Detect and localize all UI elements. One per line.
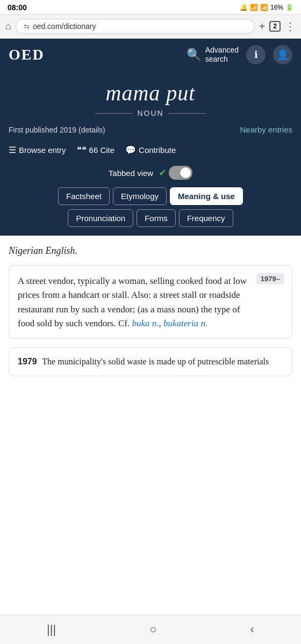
tabbed-view-toggle[interactable]: ✔ bbox=[159, 166, 192, 180]
quote-card: 1979 The municipality's solid waste is m… bbox=[9, 347, 292, 376]
search-area[interactable]: 🔍 Advanced search bbox=[187, 46, 239, 64]
alarm-icon: 🔔 bbox=[240, 4, 248, 11]
status-bar: 08:00 🔔 📶 📶 16% 🔋 bbox=[0, 0, 301, 14]
divider-line-left bbox=[95, 113, 133, 114]
cite-button[interactable]: ❝❝ 66 Cite bbox=[71, 143, 120, 157]
contribute-label: Contribute bbox=[139, 145, 176, 155]
browser-menu-icon[interactable]: ⋮ bbox=[285, 20, 296, 33]
entry-word: mama put bbox=[9, 80, 292, 106]
cite-label: 66 Cite bbox=[89, 145, 115, 155]
tab-forms-label: Forms bbox=[145, 214, 168, 223]
divider-line-right bbox=[168, 113, 206, 114]
tab-factsheet-label: Factsheet bbox=[66, 192, 102, 201]
tab-etymology-label: Etymology bbox=[121, 192, 159, 201]
signal-icon: 📶 bbox=[260, 4, 268, 11]
tab-frequency-label: Frequency bbox=[187, 214, 225, 223]
entry-published[interactable]: First published 2019 (details) bbox=[9, 126, 105, 134]
entry-divider: NOUN bbox=[9, 109, 292, 118]
user-icon: 👤 bbox=[277, 49, 289, 61]
browser-bar: ⌂ ⇆ oed.com/dictionary + 2 ⋮ bbox=[0, 14, 301, 39]
contribute-button[interactable]: 💬 Contribute bbox=[120, 143, 181, 157]
language-label: Nigerian English. bbox=[9, 245, 292, 257]
browse-entry-button[interactable]: ☰ Browse entry bbox=[9, 143, 71, 157]
toggle-track[interactable] bbox=[169, 166, 192, 180]
tab-pronunciation[interactable]: Pronunciation bbox=[68, 209, 133, 227]
date-badge: 1979– bbox=[256, 273, 284, 284]
oed-header: OED 🔍 Advanced search ℹ 👤 bbox=[0, 39, 301, 71]
definition-text: A street vendor, typically a woman, sell… bbox=[18, 274, 283, 331]
browse-icon: ☰ bbox=[9, 145, 16, 155]
search-icon[interactable]: 🔍 bbox=[187, 48, 201, 62]
url-box[interactable]: ⇆ oed.com/dictionary bbox=[16, 19, 255, 34]
oed-logo[interactable]: OED bbox=[9, 46, 45, 63]
cite-icon: ❝❝ bbox=[77, 145, 87, 155]
url-text: oed.com/dictionary bbox=[33, 22, 96, 31]
tab-etymology[interactable]: Etymology bbox=[113, 187, 167, 205]
tab-factsheet[interactable]: Factsheet bbox=[58, 187, 110, 205]
quote-body: The municipality's solid waste is made u… bbox=[42, 357, 269, 366]
nearby-entries-link[interactable]: Nearby entries bbox=[240, 125, 292, 134]
toggle-thumb bbox=[180, 167, 191, 178]
tabbed-view-row: Tabbed view ✔ bbox=[0, 164, 301, 187]
tab-meaning-use-label: Meaning & use bbox=[178, 192, 235, 201]
tab-pills-row1: Factsheet Etymology Meaning & use bbox=[9, 187, 292, 205]
tab-frequency[interactable]: Frequency bbox=[179, 209, 233, 227]
info-icon: ℹ bbox=[254, 49, 258, 61]
toggle-check-icon: ✔ bbox=[159, 167, 167, 179]
tab-pills-section: Factsheet Etymology Meaning & use Pronun… bbox=[0, 187, 301, 236]
definition-card: 1979– A street vendor, typically a woman… bbox=[9, 265, 292, 339]
tabbed-view-label: Tabbed view bbox=[109, 169, 153, 178]
header-right: 🔍 Advanced search ℹ 👤 bbox=[45, 45, 292, 64]
tab-forms[interactable]: Forms bbox=[137, 209, 176, 227]
info-button[interactable]: ℹ bbox=[246, 45, 266, 64]
entry-actions: ☰ Browse entry ❝❝ 66 Cite 💬 Contribute bbox=[0, 143, 301, 164]
entry-meta: First published 2019 (details) Nearby en… bbox=[9, 125, 292, 134]
entry-pos: NOUN bbox=[137, 109, 163, 118]
buka-link[interactable]: buka n. bbox=[132, 318, 159, 328]
advanced-search-label[interactable]: Advanced search bbox=[205, 46, 239, 64]
home-icon[interactable]: ⌂ bbox=[5, 21, 11, 32]
bukateria-link[interactable]: bukateria n. bbox=[163, 318, 207, 328]
tab-count[interactable]: 2 bbox=[269, 21, 281, 32]
quote-year: 1979 bbox=[18, 357, 37, 366]
entry-header: mama put NOUN First published 2019 (deta… bbox=[0, 71, 301, 143]
quote-text: 1979 The municipality's solid waste is m… bbox=[18, 355, 283, 368]
battery-icon: 🔋 bbox=[285, 4, 293, 11]
add-tab-button[interactable]: + bbox=[259, 20, 266, 33]
tab-meaning-use[interactable]: Meaning & use bbox=[170, 187, 243, 205]
status-time: 08:00 bbox=[8, 3, 27, 12]
status-icons: 🔔 📶 📶 16% 🔋 bbox=[240, 4, 293, 11]
content-area: Nigerian English. 1979– A street vendor,… bbox=[0, 236, 301, 386]
wifi-icon: 📶 bbox=[250, 4, 258, 11]
battery-level: 16% bbox=[270, 4, 283, 11]
user-button[interactable]: 👤 bbox=[273, 45, 292, 64]
tab-pills-row2: Pronunciation Forms Frequency bbox=[9, 209, 292, 227]
site-icon: ⇆ bbox=[24, 23, 30, 31]
tab-pronunciation-label: Pronunciation bbox=[76, 214, 125, 223]
browse-entry-label: Browse entry bbox=[19, 145, 66, 155]
contribute-icon: 💬 bbox=[125, 145, 136, 155]
